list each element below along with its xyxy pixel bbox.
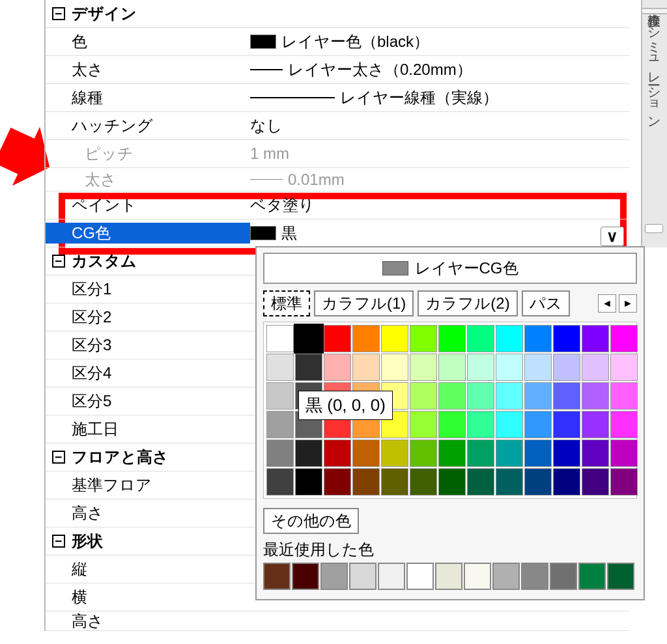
color-swatch[interactable] [610,440,638,467]
side-tab-simulation[interactable]: シミュレーション [642,14,667,127]
color-swatch[interactable] [553,440,580,467]
color-swatch[interactable] [610,382,638,410]
recent-color-swatch[interactable] [550,563,577,590]
tab-colorful1[interactable]: カラフル(1) [314,290,414,316]
color-swatch[interactable] [410,440,437,467]
color-swatch[interactable] [352,354,380,381]
color-swatch[interactable] [352,468,380,496]
color-swatch[interactable] [553,354,580,381]
color-swatch[interactable] [438,354,466,381]
color-swatch[interactable] [295,325,322,352]
row-linetype[interactable]: 線種 レイヤー線種（実線） [46,84,629,112]
color-swatch[interactable] [295,440,322,467]
collapse-icon[interactable]: − [52,451,65,464]
color-swatch[interactable] [582,411,609,438]
color-swatch[interactable] [438,468,466,496]
other-color-button[interactable]: その他の色 [263,508,359,534]
tab-scroll-left[interactable]: ◄ [598,294,616,313]
color-swatch[interactable] [610,354,638,381]
recent-color-swatch[interactable] [464,563,491,590]
color-swatch[interactable] [438,440,466,467]
color-swatch[interactable] [324,468,351,496]
color-swatch[interactable] [496,468,523,496]
color-picker-layer-button[interactable]: レイヤーCG色 [263,253,637,284]
color-swatch[interactable] [496,382,523,410]
color-swatch[interactable] [266,325,294,352]
tab-colorful2[interactable]: カラフル(2) [418,290,517,316]
recent-color-swatch[interactable] [607,563,634,590]
recent-color-swatch[interactable] [578,563,606,590]
color-swatch[interactable] [467,325,494,352]
color-swatch[interactable] [295,354,322,381]
color-swatch[interactable] [410,325,437,352]
side-tab-inspect[interactable]: 歩検査 [642,0,667,8]
row-pitch[interactable]: ピッチ 1 mm [46,140,629,168]
color-swatch[interactable] [438,325,466,352]
color-swatch[interactable] [610,411,638,438]
color-swatch[interactable] [266,382,294,410]
color-swatch[interactable] [467,354,494,381]
color-swatch[interactable] [410,354,437,381]
cgcolor-dropdown-button[interactable]: ∨ [601,227,624,246]
color-swatch[interactable] [410,382,437,410]
color-swatch[interactable] [467,382,494,410]
color-swatch[interactable] [524,354,552,381]
color-swatch[interactable] [582,440,609,467]
color-swatch[interactable] [496,354,523,381]
row-cgcolor[interactable]: CG色 黒 ∨ [46,219,629,247]
color-swatch[interactable] [410,411,437,438]
color-swatch[interactable] [467,468,494,496]
collapse-icon[interactable]: − [52,535,65,548]
color-swatch[interactable] [266,468,294,496]
recent-color-swatch[interactable] [349,563,376,590]
color-swatch[interactable] [610,468,638,496]
collapse-icon[interactable]: − [52,255,65,268]
color-swatch[interactable] [496,440,523,467]
tab-scroll-right[interactable]: ► [619,294,637,313]
color-swatch[interactable] [524,325,552,352]
color-swatch[interactable] [524,468,552,496]
recent-color-swatch[interactable] [435,563,462,590]
color-swatch[interactable] [524,440,552,467]
recent-color-swatch[interactable] [521,563,548,590]
color-swatch[interactable] [438,411,466,438]
color-swatch[interactable] [496,411,523,438]
color-swatch[interactable] [582,354,609,381]
color-swatch[interactable] [610,325,638,352]
color-swatch[interactable] [324,325,351,352]
color-swatch[interactable] [496,325,523,352]
row-shape-t[interactable]: 高さ [46,611,629,631]
color-swatch[interactable] [524,411,552,438]
color-swatch[interactable] [266,354,294,381]
recent-color-swatch[interactable] [492,563,520,590]
color-swatch[interactable] [410,468,437,496]
color-swatch[interactable] [266,411,294,438]
recent-color-swatch[interactable] [263,563,291,590]
color-swatch[interactable] [381,440,408,467]
collapse-icon[interactable]: − [52,7,65,20]
recent-color-swatch[interactable] [292,563,319,590]
row-hatching[interactable]: ハッチング なし [46,112,629,140]
color-swatch[interactable] [324,354,351,381]
color-swatch[interactable] [381,468,408,496]
recent-color-swatch[interactable] [406,563,434,590]
color-swatch[interactable] [467,411,494,438]
color-swatch[interactable] [295,468,322,496]
side-handle[interactable] [645,224,663,233]
row-paint[interactable]: ペイント ベタ塗り [46,191,629,219]
row-weight[interactable]: 太さ レイヤー太さ（0.20mm） [46,56,629,84]
tab-path[interactable]: パス [522,290,570,316]
color-swatch[interactable] [553,325,580,352]
tab-standard[interactable]: 標準 [263,290,310,316]
color-swatch[interactable] [553,468,580,496]
recent-color-swatch[interactable] [320,563,348,590]
color-swatch[interactable] [266,440,294,467]
row-weight2[interactable]: 太さ 0.01mm [46,168,629,191]
color-swatch[interactable] [381,354,408,381]
color-swatch[interactable] [582,325,609,352]
recent-color-swatch[interactable] [378,563,405,590]
color-swatch[interactable] [352,440,380,467]
color-swatch[interactable] [582,468,609,496]
color-swatch[interactable] [467,440,494,467]
color-swatch[interactable] [553,382,580,410]
